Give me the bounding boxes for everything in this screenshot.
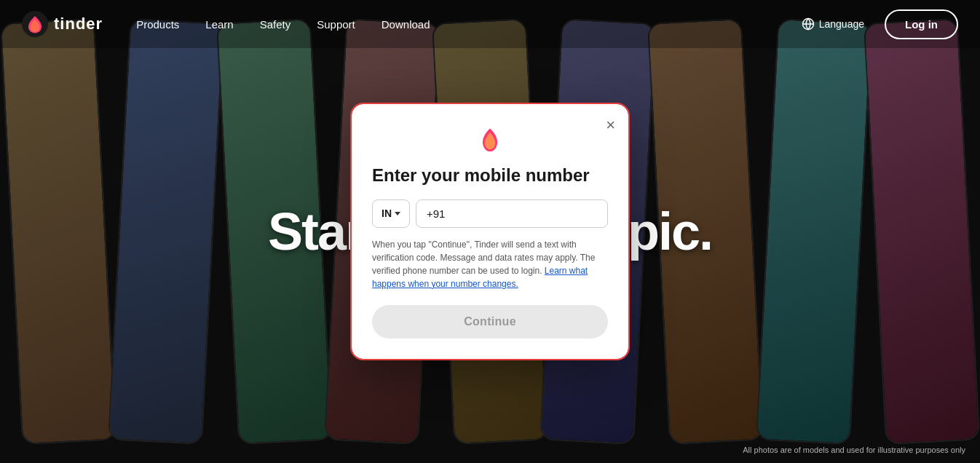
mobile-number-modal: × Enter your mobile number IN When you t… <box>352 104 628 359</box>
flame-icon <box>477 127 503 154</box>
phone-number-input[interactable] <box>416 199 608 228</box>
modal-overlay: × Enter your mobile number IN When you t… <box>0 0 980 463</box>
modal-logo <box>372 127 608 157</box>
chevron-down-icon <box>395 212 400 215</box>
country-select[interactable]: IN <box>372 199 410 228</box>
modal-title: Enter your mobile number <box>372 165 608 186</box>
continue-button[interactable]: Continue <box>372 305 608 339</box>
phone-input-row: IN <box>372 199 608 228</box>
country-code: IN <box>382 207 392 219</box>
close-button[interactable]: × <box>606 117 615 133</box>
disclaimer-text: When you tap "Continue", Tinder will sen… <box>372 238 608 290</box>
